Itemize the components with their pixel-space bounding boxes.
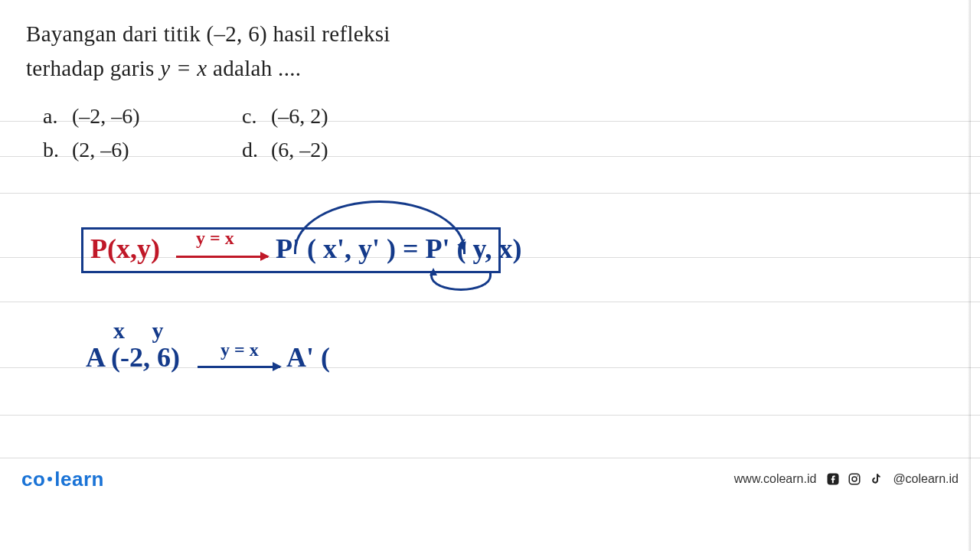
option-label: d. — [242, 138, 271, 162]
brand-part: co — [21, 468, 45, 491]
svg-point-3 — [858, 475, 859, 477]
swap-arrow-bottom — [430, 272, 492, 291]
question-equation: y = x — [160, 56, 207, 80]
social-icons — [825, 471, 884, 487]
footer-handle: @colearn.id — [893, 472, 959, 486]
option-label: b. — [43, 138, 72, 162]
work-point-a: A (-2, 6) — [86, 341, 180, 373]
formula-pprime: P' ( x', y' ) = P' ( y, x) — [276, 233, 521, 265]
question-part: adalah .... — [207, 56, 302, 80]
question-point: –2, 6 — [214, 21, 260, 46]
svg-rect-1 — [850, 474, 861, 484]
svg-point-2 — [852, 477, 857, 481]
instagram-icon[interactable] — [847, 471, 862, 487]
brand-dot-icon — [47, 477, 52, 481]
brand-logo: colearn — [21, 468, 104, 491]
option-label: c. — [242, 104, 271, 129]
arrow-icon — [198, 366, 280, 368]
answer-options: a. (–2, –6) c. (–6, 2) b. (2, –6) d. (6,… — [43, 104, 441, 171]
option-a[interactable]: a. (–2, –6) — [43, 104, 242, 129]
option-b[interactable]: b. (2, –6) — [43, 138, 242, 162]
option-d[interactable]: d. (6, –2) — [242, 138, 441, 162]
work-point-aprime: A' ( — [286, 341, 330, 373]
question-part: Bayangan dari titik ( — [26, 21, 214, 46]
option-value: (2, –6) — [72, 138, 129, 162]
option-label: a. — [43, 104, 72, 129]
xy-label: x y — [113, 318, 175, 344]
brand-part: learn — [54, 468, 104, 491]
option-c[interactable]: c. (–6, 2) — [242, 104, 441, 129]
arrow-icon — [176, 256, 268, 258]
option-value: (–2, –6) — [72, 104, 140, 129]
tiktok-icon[interactable] — [868, 471, 884, 487]
question-part: terhadap garis — [26, 56, 160, 80]
option-value: (6, –2) — [271, 138, 328, 162]
option-value: (–6, 2) — [271, 104, 328, 129]
formula-condition: y = x — [196, 228, 234, 249]
page-shadow — [968, 0, 971, 551]
question-part: ) hasil refleksi — [260, 21, 390, 46]
question-text: Bayangan dari titik (–2, 6) hasil reflek… — [26, 17, 501, 86]
work-condition: y = x — [220, 340, 259, 360]
page: Bayangan dari titik (–2, 6) hasil reflek… — [0, 0, 980, 551]
footer: colearn www.colearn.id @colearn.id — [0, 462, 980, 496]
facebook-icon[interactable] — [825, 471, 841, 487]
footer-url: www.colearn.id — [734, 472, 817, 486]
formula-pxy: P(x,y) — [90, 233, 160, 265]
